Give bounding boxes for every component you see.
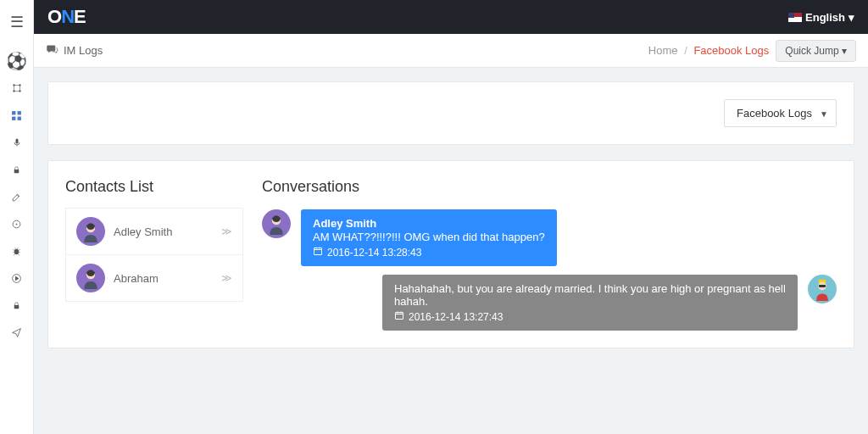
breadcrumb-current: Facebook Logs bbox=[693, 44, 769, 57]
settings-icon[interactable] bbox=[0, 75, 34, 102]
calendar-icon bbox=[313, 246, 323, 259]
svg-rect-7 bbox=[18, 116, 21, 120]
quick-jump-label: Quick Jump bbox=[785, 45, 838, 57]
sidebar-nav: ☰ ⚽ bbox=[0, 0, 34, 434]
target-icon[interactable] bbox=[0, 210, 34, 237]
logo-part-2: N bbox=[61, 6, 74, 28]
lock-icon[interactable] bbox=[0, 156, 34, 183]
message-timestamp: 2016-12-14 13:28:43 bbox=[327, 247, 421, 259]
message-bubble: Hahahahah, but you are already married. … bbox=[382, 275, 798, 331]
language-label: English bbox=[805, 11, 845, 24]
conversations-panel: Conversations Adley Smith AM WHAT??!!!?!… bbox=[262, 178, 837, 331]
message-timestamp: 2016-12-14 13:27:43 bbox=[409, 311, 503, 323]
contacts-title: Contacts List bbox=[65, 178, 243, 196]
svg-rect-19 bbox=[396, 313, 403, 320]
svg-rect-18 bbox=[314, 248, 322, 255]
main-content: Facebook Logs ▼ Contacts List Adley Smit… bbox=[34, 68, 868, 434]
svg-point-12 bbox=[14, 248, 19, 254]
avatar bbox=[76, 217, 105, 246]
subheader: IM Logs Home / Facebook Logs Quick Jump … bbox=[34, 34, 868, 68]
language-selector[interactable]: English ▾ bbox=[788, 11, 854, 24]
chevron-right-icon: ≫ bbox=[221, 225, 232, 237]
contacts-list: Adley Smith ≫ Abraham ≫ bbox=[65, 208, 243, 302]
log-type-select[interactable]: Facebook Logs bbox=[724, 99, 837, 127]
quick-jump-button[interactable]: Quick Jump ▾ bbox=[776, 40, 856, 62]
breadcrumb-home[interactable]: Home bbox=[648, 44, 678, 57]
mic-icon[interactable] bbox=[0, 129, 34, 156]
breadcrumb-separator: / bbox=[684, 44, 687, 57]
message-text: Hahahahah, but you are already married. … bbox=[394, 282, 786, 308]
bug-icon[interactable] bbox=[0, 237, 34, 264]
svg-rect-6 bbox=[12, 116, 15, 120]
contacts-panel: Contacts List Adley Smith ≫ Abraham bbox=[65, 178, 243, 331]
app-logo[interactable]: ONE bbox=[47, 6, 86, 28]
svg-rect-4 bbox=[12, 111, 15, 114]
svg-rect-22 bbox=[819, 285, 826, 287]
send-icon[interactable] bbox=[0, 319, 34, 346]
filter-card: Facebook Logs ▼ bbox=[47, 81, 854, 145]
message-row-incoming: Adley Smith AM WHAT??!!!?!!! OMG when di… bbox=[262, 209, 837, 266]
dashboard-icon[interactable]: ⚽ bbox=[0, 47, 34, 75]
menu-toggle-icon[interactable]: ☰ bbox=[0, 8, 34, 36]
chat-icon bbox=[46, 43, 58, 58]
contact-item[interactable]: Adley Smith ≫ bbox=[66, 209, 242, 255]
edit-icon[interactable] bbox=[0, 183, 34, 210]
page-title: IM Logs bbox=[64, 44, 103, 57]
contact-item[interactable]: Abraham ≫ bbox=[66, 255, 242, 301]
grid-icon[interactable] bbox=[0, 102, 34, 129]
play-icon[interactable] bbox=[0, 264, 34, 292]
message-list: Adley Smith AM WHAT??!!!?!!! OMG when di… bbox=[262, 208, 837, 331]
padlock-icon[interactable] bbox=[0, 292, 34, 319]
avatar bbox=[76, 264, 105, 292]
caret-down-icon: ▾ bbox=[849, 11, 854, 24]
contact-name: Adley Smith bbox=[114, 225, 213, 238]
svg-point-11 bbox=[16, 223, 17, 224]
topbar: ONE English ▾ bbox=[34, 0, 868, 34]
message-meta: 2016-12-14 13:27:43 bbox=[394, 310, 786, 323]
message-meta: 2016-12-14 13:28:43 bbox=[313, 246, 545, 259]
logs-card: Contacts List Adley Smith ≫ Abraham bbox=[47, 160, 854, 348]
caret-down-icon: ▾ bbox=[842, 45, 847, 57]
breadcrumb: Home / Facebook Logs bbox=[648, 44, 769, 57]
conversations-title: Conversations bbox=[262, 178, 837, 196]
calendar-icon bbox=[394, 310, 404, 323]
svg-rect-14 bbox=[14, 305, 19, 309]
message-bubble: Adley Smith AM WHAT??!!!?!!! OMG when di… bbox=[301, 209, 557, 266]
contact-name: Abraham bbox=[114, 272, 213, 285]
svg-rect-9 bbox=[14, 170, 19, 173]
message-sender: Adley Smith bbox=[313, 217, 545, 230]
svg-rect-8 bbox=[15, 139, 18, 144]
flag-icon bbox=[788, 13, 802, 22]
avatar bbox=[262, 209, 291, 238]
svg-rect-5 bbox=[18, 111, 21, 114]
logo-part-3: E bbox=[74, 6, 86, 28]
message-row-outgoing: Hahahahah, but you are already married. … bbox=[262, 275, 837, 331]
message-text: AM WHAT??!!!?!!! OMG when did that happe… bbox=[313, 231, 545, 243]
chevron-right-icon: ≫ bbox=[221, 272, 232, 284]
logo-part-1: O bbox=[47, 6, 61, 28]
avatar bbox=[808, 275, 837, 303]
